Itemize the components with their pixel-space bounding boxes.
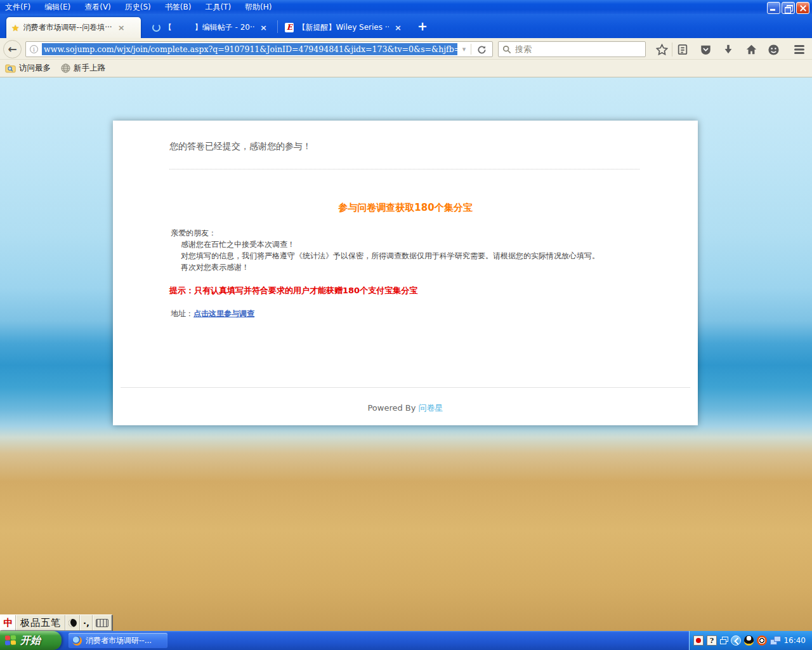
taskbar-item-label: 消费者市场调研--... <box>86 635 152 646</box>
tab-wiley[interactable]: E 【新提醒】Wiley Series ··· × <box>280 17 409 38</box>
start-button[interactable]: 开始 <box>0 631 62 650</box>
bookmarks-menu-button[interactable] <box>675 42 690 57</box>
start-label: 开始 <box>20 634 41 647</box>
dotted-divider <box>169 169 639 169</box>
feedback-button[interactable] <box>766 42 781 57</box>
tab-bar: ★ 消费者市场调研--问卷填··· × 【 】编辑帖子 - 20··· × E … <box>0 14 812 38</box>
reload-button[interactable] <box>471 44 492 55</box>
search-box <box>498 41 646 57</box>
tab-close-icon[interactable]: × <box>116 23 127 32</box>
restore-button[interactable] <box>782 2 795 14</box>
home-icon <box>745 44 757 55</box>
taskbar-item-firefox[interactable]: 消费者市场调研--... <box>69 633 167 648</box>
footer-divider <box>121 387 690 388</box>
ime-soft-keyboard-toggle[interactable] <box>93 615 112 630</box>
ime-fullwidth-toggle[interactable] <box>65 615 80 630</box>
ime-name-label[interactable]: 极品五笔 <box>16 615 65 630</box>
downloads-button[interactable] <box>721 42 736 57</box>
moon-icon <box>69 619 77 627</box>
ime-language-bar: 中 极品五笔 ·, <box>0 614 112 631</box>
new-tab-button[interactable]: + <box>414 19 431 33</box>
survey-complete-card: 您的答卷已经提交，感谢您的参与！ 参与问卷调查获取180个集分宝 亲爱的朋友： … <box>113 121 698 425</box>
download-arrow-icon <box>723 44 734 55</box>
powered-by-footer: Powered By 问卷星 <box>113 402 698 414</box>
e-favicon-icon: E <box>285 23 294 32</box>
globe-icon <box>61 63 70 73</box>
tab-label: 消费者市场调研--问卷填··· <box>23 22 112 33</box>
address-label: 地址： <box>171 309 193 318</box>
url-dropdown-icon[interactable]: ▾ <box>457 45 471 53</box>
window-titlebar: 文件(F) 编辑(E) 查看(V) 历史(S) 书签(B) 工具(T) 帮助(H… <box>0 0 812 14</box>
recorder-tray-icon[interactable] <box>693 635 704 646</box>
submission-confirmation-text: 您的答卷已经提交，感谢您的参与！ <box>169 141 311 152</box>
tab-survey[interactable]: ★ 消费者市场调研--问卷填··· × <box>6 17 141 38</box>
window-restore-tray-icon[interactable] <box>720 637 728 644</box>
bookmark-getting-started[interactable]: 新手上路 <box>56 63 110 74</box>
home-button[interactable] <box>743 42 759 57</box>
help-tray-icon[interactable]: ? <box>707 635 717 646</box>
ime-punctuation-toggle[interactable]: ·, <box>80 615 93 630</box>
menu-view[interactable]: 查看(V) <box>79 1 120 14</box>
tab-close-icon[interactable]: × <box>393 23 403 32</box>
back-button[interactable]: ← <box>3 40 22 58</box>
tab-separator <box>277 20 278 33</box>
greeting-text: 亲爱的朋友： <box>171 228 216 239</box>
body-text-line: 感谢您在百忙之中接受本次调查！ <box>181 239 295 250</box>
keyboard-icon <box>96 619 108 627</box>
ime-language-toggle[interactable]: 中 <box>1 615 16 630</box>
search-input[interactable] <box>515 44 645 54</box>
clipboard-icon <box>677 44 688 55</box>
window-controls <box>767 2 809 14</box>
site-info-icon[interactable]: i <box>30 45 38 53</box>
hide-tray-icons-chevron[interactable] <box>731 635 741 646</box>
page-viewport: 您的答卷已经提交，感谢您的参与！ 参与问卷调查获取180个集分宝 亲爱的朋友： … <box>0 77 812 631</box>
taskbar-clock: 16:40 <box>783 636 808 645</box>
loading-spinner-icon <box>152 23 160 32</box>
pocket-button[interactable] <box>698 42 713 57</box>
search-icon <box>502 45 511 54</box>
smiley-icon <box>768 44 780 56</box>
red-dot-icon <box>696 638 701 643</box>
hamburger-icon <box>793 44 806 55</box>
wenjuanxing-brand-link[interactable]: 问卷星 <box>419 403 443 413</box>
minimize-button[interactable] <box>767 2 780 14</box>
close-button[interactable] <box>796 2 809 14</box>
windows-logo-icon <box>5 635 16 646</box>
url-text: www.sojump.com/wjx/join/complete.aspx?q=… <box>42 43 457 55</box>
bookmark-most-visited[interactable]: 访问最多 <box>0 63 56 74</box>
tab-label: 【 】编辑帖子 - 20··· <box>164 22 254 33</box>
menu-file[interactable]: 文件(F) <box>0 1 39 14</box>
tab-close-icon[interactable]: × <box>258 23 269 32</box>
folder-search-icon <box>5 64 16 73</box>
url-bar[interactable]: i www.sojump.com/wjx/join/complete.aspx?… <box>25 41 493 57</box>
reload-icon <box>477 45 487 55</box>
menu-tools[interactable]: 工具(T) <box>200 1 240 14</box>
bookmark-star-button[interactable] <box>654 42 669 57</box>
menu-history[interactable]: 历史(S) <box>120 1 160 14</box>
system-tray: ? 16:40 <box>689 631 812 650</box>
antivirus-eye-tray-icon[interactable] <box>757 635 767 646</box>
promo-heading: 参与问卷调查获取180个集分宝 <box>113 202 698 214</box>
address-row: 地址：点击这里参与调查 <box>171 308 254 319</box>
menu-edit[interactable]: 编辑(E) <box>39 1 79 14</box>
question-mark-icon: ? <box>710 637 714 645</box>
menu-hamburger-button[interactable] <box>792 42 807 57</box>
toolbar-separator <box>672 43 672 56</box>
menu-bookmarks[interactable]: 书签(B) <box>160 1 200 14</box>
tab-label: 【新提醒】Wiley Series ··· <box>298 22 389 33</box>
bookmarks-bar: 访问最多 新手上路 <box>0 60 812 77</box>
bookmark-label: 新手上路 <box>74 63 105 74</box>
join-survey-link[interactable]: 点击这里参与调查 <box>193 309 254 318</box>
tab-forum-edit[interactable]: 【 】编辑帖子 - 20··· × <box>147 17 274 38</box>
menu-help[interactable]: 帮助(H) <box>240 1 280 14</box>
network-tray-icon[interactable] <box>770 636 780 645</box>
bookmark-label: 访问最多 <box>19 63 51 74</box>
desktop: 文件(F) 编辑(E) 查看(V) 历史(S) 书签(B) 工具(T) 帮助(H… <box>0 0 812 650</box>
star-favicon-icon: ★ <box>11 23 20 33</box>
firefox-icon <box>72 636 82 646</box>
pocket-icon <box>700 44 712 55</box>
body-text-line: 再次对您表示感谢！ <box>181 262 249 273</box>
qq-tray-icon[interactable] <box>744 635 754 646</box>
star-icon <box>656 44 668 56</box>
body-text-line: 对您填写的信息，我们将严格遵守《统计法》予以保密，所得调查数据仅用于科学研究需要… <box>181 251 599 262</box>
